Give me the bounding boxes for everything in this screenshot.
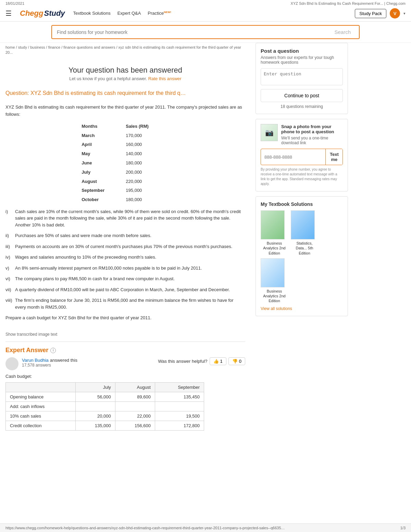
snap-thumbnail: 📷 <box>261 124 278 141</box>
snap-disclaimer: By providing your phone number, you agre… <box>261 167 343 186</box>
budget-col-header: July <box>75 383 115 392</box>
book-item[interactable]: Business Analytics 2nd Edition <box>261 258 288 304</box>
helpful-label: Was this answer helpful? <box>158 359 208 364</box>
phone-row: Text me <box>261 149 343 165</box>
avatar[interactable]: V <box>390 8 400 18</box>
textbook-books: Business Analytics 2nd EditionStatistics… <box>261 210 343 304</box>
search-input[interactable] <box>52 26 326 38</box>
book-title: Statistics, Data... 5th Edition <box>291 241 318 256</box>
helpful-section: Was this answer helpful? 👍 1 👎 0 <box>158 357 246 365</box>
prepare-text: Prepare a cash budget for XYZ Sdn Bhd fo… <box>5 314 245 322</box>
view-all-solutions-link[interactable]: View all solutions <box>261 306 343 311</box>
chegg-study-text: Study <box>44 9 65 18</box>
book-item[interactable]: Business Analytics 2nd Edition <box>261 210 288 256</box>
cash-budget-label: Cash budget: <box>5 374 245 379</box>
budget-cell: Opening balance <box>6 392 76 402</box>
book-item[interactable]: Statistics, Data... 5th Edition <box>291 210 318 256</box>
answered-banner: Your question has been answered Let us k… <box>5 59 245 85</box>
list-text: Payments on accounts are on 30% of curre… <box>15 243 232 250</box>
book-title: Business Analytics 2nd Edition <box>261 289 288 304</box>
text-me-button[interactable]: Text me <box>325 149 343 165</box>
conditions-list: i)Cash sales are 10% of the current mont… <box>5 208 245 311</box>
thumbs-down-button[interactable]: 👎 0 <box>228 357 245 365</box>
list-text: A quarterly dividend of RM10,000 will be… <box>15 286 230 293</box>
list-num: viii) <box>5 297 12 304</box>
sales-table: MonthsSales (RM)March170,000April160,000… <box>81 122 170 205</box>
question-title: Question: XYZ Sdn Bhd is estimating its … <box>5 89 245 97</box>
search-bar: Search <box>51 25 360 39</box>
top-navigation: ☰ Chegg Study Textbook Solutions Expert … <box>0 5 411 22</box>
answerer-details: Varun Budhia answered this 17,578 answer… <box>22 357 77 368</box>
phone-input[interactable] <box>261 152 325 162</box>
list-num: vii) <box>5 286 12 293</box>
list-item: iv)Wages and salaries amounting to 10% o… <box>5 254 245 261</box>
question-textarea[interactable] <box>261 68 343 85</box>
list-item: vii)A quarterly dividend of RM10,000 wil… <box>5 286 245 293</box>
thumbs-up-icon: 👍 <box>213 359 219 364</box>
search-button[interactable]: Search <box>326 26 359 38</box>
snap-heading: Snap a photo from your phone to post a q… <box>281 124 343 134</box>
book-cover <box>291 210 315 239</box>
thumbs-up-button[interactable]: 👍 1 <box>210 357 226 365</box>
top-right-actions: Study Pack V ▾ <box>355 8 406 18</box>
question-intro: XYZ Sdn Bhd is estimating its cash requi… <box>5 104 245 118</box>
chegg-logo-text: Chegg <box>20 9 43 18</box>
post-question-heading: Post a question <box>261 48 343 54</box>
page-date: 18/01/2021 <box>5 1 24 5</box>
search-section: Search <box>0 22 411 43</box>
budget-cell: 89,600 <box>115 392 155 402</box>
expert-answer-header: Expert Answer i <box>5 342 245 354</box>
textbook-heading: My Textbook Solutions <box>261 201 343 207</box>
budget-cell <box>155 402 204 411</box>
show-transcribed-link[interactable]: Show transcribed image text <box>5 332 245 337</box>
chevron-down-icon[interactable]: ▾ <box>403 11 406 16</box>
continue-post-button[interactable]: Continue to post <box>261 89 343 102</box>
textbook-solutions-box: My Textbook Solutions Business Analytics… <box>256 196 348 316</box>
list-text: An 8% semi-annually interest payment on … <box>15 265 202 272</box>
chegg-logo[interactable]: Chegg Study <box>20 9 65 18</box>
list-text: The company plans to pay RM6,500 in cash… <box>15 275 175 282</box>
question-body: XYZ Sdn Bhd is estimating its cash requi… <box>5 100 245 329</box>
info-icon[interactable]: i <box>50 348 56 353</box>
hamburger-menu-icon[interactable]: ☰ <box>5 9 12 17</box>
budget-cell: 135,000 <box>75 421 115 431</box>
main-nav: Textbook Solutions Expert Q&A PracticeNE… <box>73 11 347 16</box>
budget-cell: 135,450 <box>155 392 204 402</box>
page-title-tab: XYZ Sdn Bhd Is Estimating Its Cash Requi… <box>291 1 406 5</box>
budget-cell <box>75 402 115 411</box>
book-cover <box>261 258 285 287</box>
breadcrumb: home / study / business / finance / fina… <box>5 43 245 59</box>
table-row: 10% cash sales20,00022,00019,500 <box>6 411 204 421</box>
list-num: iii) <box>5 243 12 250</box>
rate-answer-link[interactable]: Rate this answer <box>148 76 182 81</box>
table-row: Add: cash inflows <box>6 402 204 411</box>
list-num: iv) <box>5 254 12 261</box>
list-text: Cash sales are 10% of the current month'… <box>15 208 245 228</box>
list-num: ii) <box>5 232 12 239</box>
nav-expert-qa[interactable]: Expert Q&A <box>117 11 141 16</box>
list-num: v) <box>5 265 12 272</box>
book-cover <box>261 210 285 239</box>
answerer-name-link[interactable]: Varun Budhia <box>22 358 49 363</box>
nav-textbook-solutions[interactable]: Textbook Solutions <box>73 11 111 16</box>
book-title: Business Analytics 2nd Edition <box>261 241 288 256</box>
budget-cell: Add: cash inflows <box>6 402 76 411</box>
thumbs-down-count: 0 <box>239 359 241 364</box>
answerer-name: Varun Budhia answered this <box>22 357 77 363</box>
answered-subtext: Let us know if you got a helpful answer.… <box>5 76 245 81</box>
snap-subtext: We'll send you a one-time download link <box>281 136 343 145</box>
budget-cell: 20,000 <box>75 411 115 421</box>
list-item: v)An 8% semi-annually interest payment o… <box>5 265 245 272</box>
snap-photo-top: 📷 Snap a photo from your phone to post a… <box>261 124 343 145</box>
list-item: viii)The firm's ending balance for June … <box>5 297 245 310</box>
post-question-box: Post a question Answers from our experts… <box>256 43 348 114</box>
main-layout: home / study / business / finance / fina… <box>0 43 411 434</box>
budget-cell: 22,000 <box>115 411 155 421</box>
snap-photo-box: 📷 Snap a photo from your phone to post a… <box>256 119 348 191</box>
budget-cell: Credit collection <box>6 421 76 431</box>
study-pack-button[interactable]: Study Pack <box>355 9 386 18</box>
budget-cell: 19,500 <box>155 411 204 421</box>
questions-remaining: 18 questions remaining <box>261 104 343 109</box>
nav-practice[interactable]: PracticeNEW! <box>148 11 171 16</box>
snap-text: Snap a photo from your phone to post a q… <box>281 124 343 145</box>
